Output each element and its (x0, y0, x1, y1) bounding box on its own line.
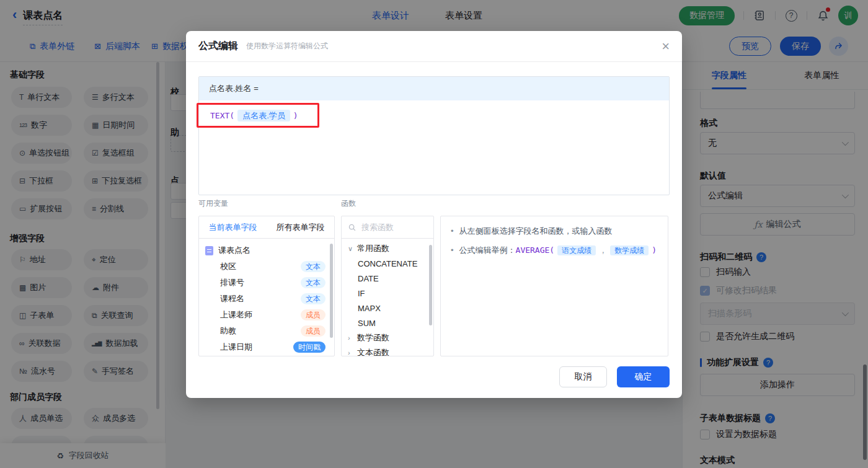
variable-row[interactable]: 助教成员 (199, 323, 334, 339)
modal-titlebar: 公式编辑 使用数学运算符编辑公式 × (186, 31, 682, 62)
function-item[interactable]: DATE (342, 271, 433, 286)
formula-function-open: TEXT( (210, 111, 234, 120)
type-badge-text: 文本 (301, 261, 326, 272)
function-group-math[interactable]: ›数学函数 (342, 330, 433, 345)
function-group-text[interactable]: ›文本函数 (342, 345, 433, 356)
functions-label: 函数 (341, 198, 356, 209)
form-doc-icon (205, 246, 213, 255)
function-item[interactable]: SUM (342, 316, 433, 330)
function-item[interactable]: IF (342, 286, 433, 301)
variable-row[interactable]: 排课号文本 (199, 275, 334, 291)
variables-panel: 当前表单字段 所有表单字段 课表点名 校区文本 排课号文本 课程名文本 上课老师… (198, 216, 335, 356)
modal-subtitle: 使用数学运算符编辑公式 (246, 41, 328, 51)
variables-scrollbar[interactable] (330, 244, 333, 338)
variable-row[interactable]: 校区文本 (199, 258, 334, 275)
formula-field-token[interactable]: 点名表.学员 (237, 110, 290, 121)
function-item[interactable]: CONCATENATE (342, 256, 433, 271)
functions-panel: ∨常用函数 CONCATENATE DATE IF MAPX SUM ›数学函数… (341, 216, 434, 356)
variable-row[interactable]: 上课老师成员 (199, 307, 334, 323)
function-group-common[interactable]: ∨常用函数 (342, 241, 433, 256)
chevron-collapsed-icon: › (348, 349, 353, 356)
formula-input-area[interactable]: TEXT(点名表.学员) (199, 100, 669, 195)
formula-target: 点名表.姓名 = (199, 77, 669, 100)
formula-function-close: ) (293, 111, 298, 120)
tab-all-form-fields[interactable]: 所有表单字段 (267, 216, 334, 238)
chevron-expanded-icon: ∨ (348, 245, 353, 253)
tip-example-line: • 公式编辑举例：AVERAGE(语文成绩，数学成绩) (451, 244, 658, 257)
modal-footer: 取消 确定 (186, 366, 682, 387)
function-search-input[interactable] (361, 223, 423, 232)
type-badge-member: 成员 (301, 309, 326, 320)
type-badge-text: 文本 (301, 293, 326, 304)
chevron-collapsed-icon: › (348, 334, 353, 342)
type-badge-text: 文本 (301, 277, 326, 288)
functions-scrollbar[interactable] (429, 245, 432, 325)
variables-tabs: 当前表单字段 所有表单字段 (199, 216, 334, 239)
function-search[interactable] (342, 216, 433, 239)
variable-row[interactable]: 上课日期时间戳 (199, 339, 334, 355)
formula-edit-modal: 公式编辑 使用数学运算符编辑公式 × 点名表.姓名 = TEXT(点名表.学员)… (186, 31, 682, 398)
cancel-button[interactable]: 取消 (559, 366, 607, 387)
tree-root-form[interactable]: 课表点名 (199, 242, 334, 258)
formula-editor: 点名表.姓名 = TEXT(点名表.学员) (198, 76, 670, 195)
example-function: AVERAGE( (516, 245, 555, 255)
type-badge-timestamp: 时间戳 (293, 342, 326, 353)
tab-current-form-fields[interactable]: 当前表单字段 (199, 216, 267, 238)
variables-label: 可用变量 (198, 198, 228, 209)
confirm-button[interactable]: 确定 (617, 366, 670, 387)
type-badge-member: 成员 (301, 325, 326, 337)
close-icon[interactable]: × (662, 40, 670, 53)
example-token: 数学成绩 (610, 245, 649, 255)
variable-row-partial[interactable] (199, 355, 334, 356)
functions-tree: ∨常用函数 CONCATENATE DATE IF MAPX SUM ›数学函数… (342, 239, 433, 356)
variables-tree: 课表点名 校区文本 排课号文本 课程名文本 上课老师成员 助教成员 上课日期时间… (199, 239, 334, 356)
variable-row[interactable]: 课程名文本 (199, 291, 334, 307)
tip-line: •从左侧面板选择字段名和函数，或输入函数 (451, 225, 658, 237)
search-icon (348, 223, 356, 232)
modal-title: 公式编辑 (198, 40, 238, 53)
function-item[interactable]: MAPX (342, 301, 433, 316)
formula-tips-panel: •从左侧面板选择字段名和函数，或输入函数 • 公式编辑举例：AVERAGE(语文… (440, 216, 668, 356)
example-token: 语文成绩 (557, 245, 596, 255)
